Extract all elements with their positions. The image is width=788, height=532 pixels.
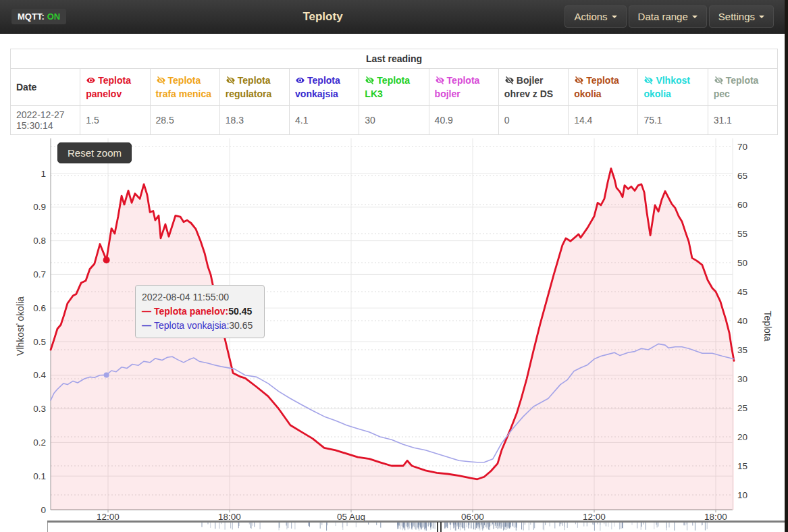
series-fill-0 (51, 169, 734, 510)
column-header-bojler-ohrev-z-ds[interactable]: Bojler ohrev z DS (498, 69, 568, 106)
left-axis-tick-label: 0 (41, 505, 46, 515)
eye-slash-icon (504, 76, 515, 85)
eye-slash-icon (643, 76, 654, 85)
left-axis-tick-label: 0.3 (33, 404, 46, 414)
tooltip-series-panelov: —Teplota panelov:50.45 (142, 304, 258, 319)
tooltip-series-vonkajsia: —Teplota vonkajsia:30.65 (142, 319, 258, 333)
cell-value: 18.3 (219, 106, 289, 135)
eye-slash-icon (574, 76, 584, 85)
temperature-chart[interactable]: 00.10.20.30.40.50.60.70.80.9110152025303… (0, 132, 788, 521)
eye-slash-icon (435, 76, 445, 85)
x-axis-tick-label: 12:00 (97, 512, 120, 521)
eye-slash-icon (226, 76, 236, 85)
column-header-teplota-bojler[interactable]: Teplota bojler (429, 69, 498, 106)
last-reading-table: Last reading DateTeplota panelovTeplota … (10, 49, 778, 135)
actions-menu-label: Actions (574, 11, 607, 22)
left-axis-tick-label: 0.1 (33, 471, 46, 481)
column-header-teplota-trafa-menica[interactable]: Teplota trafa menica (150, 69, 219, 106)
chart-area: 00.10.20.30.40.50.60.70.80.9110152025303… (0, 132, 788, 521)
mqtt-status-value: ON (47, 11, 61, 22)
tooltip-series-label: Teplota vonkajsia: (154, 320, 229, 331)
right-axis-tick-label: 30 (737, 374, 747, 384)
column-header-teplota-regulatora[interactable]: Teplota regulatora (219, 69, 289, 106)
column-header-teplota-pec[interactable]: Teplota pec (708, 69, 777, 106)
column-header-date: Date (11, 69, 80, 106)
right-axis-title: Teplota (762, 292, 773, 360)
left-axis-tick-label: 0.5 (33, 337, 46, 347)
settings-menu-button[interactable]: Settings (709, 5, 774, 28)
chart-tooltip: 2022-08-04 11:55:00 —Teplota panelov:50.… (135, 285, 265, 338)
left-axis-tick-label: 0.4 (33, 370, 46, 380)
tooltip-series-value: 30.65 (229, 320, 253, 331)
cell-value: 28.5 (150, 106, 219, 135)
chevron-down-icon (759, 16, 764, 18)
tooltip-date: 2022-08-04 11:55:00 (142, 290, 258, 304)
highlight-point-panelov (103, 257, 110, 263)
column-header-teplota-lk3[interactable]: Teplota LK3 (359, 69, 429, 106)
cell-value: 2022-12-27 15:30:14 (11, 106, 80, 135)
left-axis-tick-label: 0.2 (33, 437, 46, 448)
column-header-teplota-panelov[interactable]: Teplota panelov (80, 69, 150, 106)
cell-value: 1.5 (80, 106, 150, 135)
series-dash-icon: — (142, 320, 151, 331)
eye-slash-icon (156, 76, 166, 85)
cell-value: 40.9 (429, 106, 498, 135)
x-axis-tick-label: 18:00 (218, 512, 241, 521)
right-axis-tick-label: 65 (737, 171, 747, 181)
x-axis-tick-label: 18:00 (704, 512, 727, 521)
eye-slash-icon (714, 76, 724, 85)
table-row: 2022-12-27 15:30:141.528.518.34.13040.90… (11, 106, 778, 135)
x-axis-tick-label: 12:00 (583, 512, 606, 521)
right-axis-tick-label: 60 (737, 200, 747, 210)
column-header-teplota-vonkajsia[interactable]: Teplota vonkajsia (290, 69, 359, 106)
column-header-teplota-okolia[interactable]: Teplota okolia (569, 69, 638, 106)
cell-value: 4.1 (290, 106, 359, 135)
range-selector[interactable] (0, 521, 788, 532)
cell-value: 31.1 (708, 106, 777, 135)
right-axis-tick-label: 10 (737, 490, 747, 500)
right-axis-tick-label: 55 (737, 229, 747, 239)
left-axis-tick-label: 0.9 (33, 202, 46, 212)
right-axis-tick-label: 40 (737, 316, 747, 326)
left-axis-tick-label: 0.8 (33, 236, 46, 246)
eye-icon (86, 76, 96, 85)
table-title: Last reading (11, 49, 778, 69)
right-axis-tick-label: 15 (737, 461, 747, 471)
left-axis-tick-label: 1 (41, 169, 46, 179)
range-divider-handle[interactable] (440, 522, 442, 532)
range-density-marks (0, 523, 788, 532)
eye-icon (295, 76, 305, 85)
right-axis-tick-label: 50 (737, 258, 747, 268)
series-dash-icon: — (142, 306, 151, 317)
mqtt-status-badge: MQTT:ON (11, 9, 66, 24)
right-axis-tick-label: 35 (737, 345, 747, 355)
cell-value: 0 (498, 106, 568, 135)
table-header-row: DateTeplota panelovTeplota trafa menicaT… (11, 69, 778, 106)
chevron-down-icon (692, 16, 698, 18)
eye-slash-icon (365, 76, 375, 85)
page: MQTT:ON Teploty Actions Data range Setti… (0, 0, 788, 532)
window-edge-scrollbar[interactable] (785, 0, 788, 532)
left-axis-title: Vlhkosť okolia (15, 259, 26, 394)
range-divider-handle[interactable] (437, 522, 438, 532)
left-axis-tick-label: 0.7 (33, 269, 46, 280)
tooltip-series-value: 50.45 (228, 306, 252, 317)
navbar-menus: Actions Data range Settings (562, 5, 774, 28)
data-range-menu-button[interactable]: Data range (629, 5, 707, 28)
chevron-down-icon (612, 16, 617, 18)
x-axis-tick-label: 05 Aug (337, 512, 365, 521)
tooltip-series-label: Teplota panelov: (154, 306, 228, 317)
actions-menu-button[interactable]: Actions (564, 5, 626, 28)
right-axis-tick-label: 20 (737, 432, 747, 442)
highlight-point-vonkajsia (104, 372, 109, 377)
reset-zoom-button[interactable]: Reset zoom (57, 142, 132, 163)
right-axis-tick-label: 45 (737, 287, 747, 297)
cell-value: 14.4 (569, 106, 638, 135)
page-title: Teploty (303, 10, 342, 24)
column-header-vlhkost-okolia[interactable]: Vlhkost okolia (638, 69, 708, 106)
cell-value: 30 (359, 106, 429, 135)
cell-value: 75.1 (638, 106, 708, 135)
column-label: Date (16, 82, 36, 92)
x-axis-tick-label: 06:00 (461, 512, 484, 521)
right-axis-tick-label: 25 (737, 403, 747, 413)
